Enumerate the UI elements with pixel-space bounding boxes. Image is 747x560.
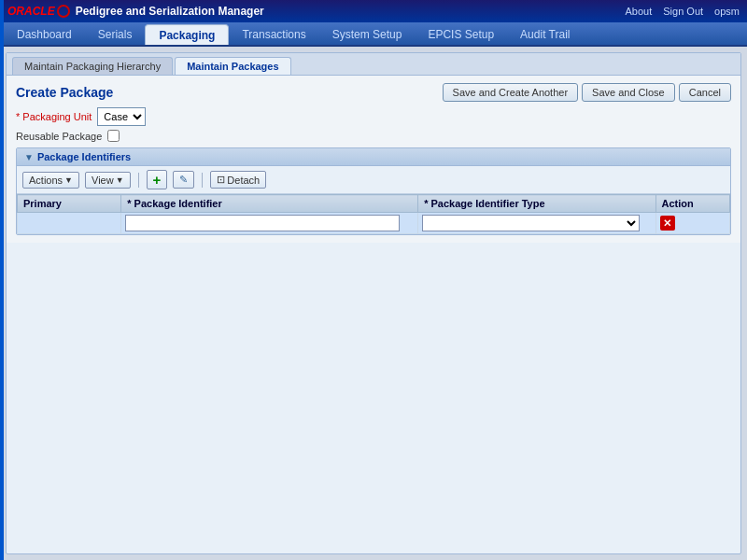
content-header: Create Package Save and Create Another S…	[16, 83, 731, 102]
packaging-unit-row: * Packaging Unit Case	[16, 107, 731, 126]
toolbar-separator-1	[138, 173, 139, 188]
actions-label: Actions	[29, 175, 63, 186]
col-header-identifier: * Package Identifier	[121, 195, 418, 213]
detach-label: Detach	[227, 175, 260, 186]
reusable-label: Reusable Package	[16, 131, 102, 142]
app-title: Pedigree and Serialization Manager	[76, 5, 264, 18]
sub-tab-packages[interactable]: Maintain Packages	[175, 57, 290, 75]
cell-type	[418, 213, 655, 234]
top-bar-right: About Sign Out opsm	[626, 6, 740, 17]
page-title: Create Package	[16, 85, 113, 100]
delete-icon: ✕	[660, 216, 675, 231]
cell-identifier	[121, 213, 418, 234]
cell-primary	[18, 213, 121, 234]
user-label: opsm	[714, 6, 740, 17]
nav-tab-dashboard[interactable]: Dashboard	[4, 24, 85, 45]
sub-tab-hierarchy[interactable]: Maintain Packaging Hierarchy	[12, 57, 173, 75]
sub-tab-bar: Maintain Packaging Hierarchy Maintain Pa…	[7, 53, 740, 76]
about-link[interactable]: About	[626, 6, 653, 17]
section-header[interactable]: ▼ Package Identifiers	[17, 148, 730, 166]
add-row-button[interactable]: +	[147, 170, 168, 189]
reusable-package-row: Reusable Package	[16, 130, 731, 142]
packaging-unit-select[interactable]: Case	[97, 107, 146, 126]
identifiers-table: Primary * Package Identifier * Package I…	[17, 194, 730, 234]
delete-row-button[interactable]: ✕	[660, 216, 675, 231]
reusable-checkbox[interactable]	[107, 130, 120, 142]
nav-bar: Dashboard Serials Packaging Transactions…	[0, 22, 747, 47]
col-header-primary: Primary	[18, 195, 121, 213]
save-create-button[interactable]: Save and Create Another	[443, 83, 579, 102]
actions-button[interactable]: Actions ▼	[22, 172, 79, 189]
sign-out-link[interactable]: Sign Out	[663, 6, 703, 17]
section-panel: ▼ Package Identifiers Actions ▼ View ▼ +	[16, 147, 731, 235]
edit-icon: ✎	[179, 174, 188, 186]
header-buttons: Save and Create Another Save and Close C…	[443, 83, 731, 102]
nav-tab-system-setup[interactable]: System Setup	[319, 24, 416, 45]
oracle-logo: ORACLE	[7, 5, 70, 18]
add-icon: +	[153, 173, 162, 187]
oracle-circle-icon	[57, 5, 70, 18]
view-label: View	[92, 175, 114, 186]
col-header-action: Action	[655, 195, 730, 213]
table-row: ✕	[18, 213, 730, 234]
nav-tab-transactions[interactable]: Transactions	[229, 24, 318, 45]
edit-button[interactable]: ✎	[173, 171, 194, 189]
actions-dropdown-icon: ▼	[64, 175, 73, 185]
nav-tab-packaging[interactable]: Packaging	[145, 24, 229, 45]
cell-action: ✕	[655, 213, 730, 234]
toolbar-separator-2	[202, 173, 203, 188]
collapse-icon: ▼	[24, 152, 34, 162]
nav-tab-epcis-setup[interactable]: EPCIS Setup	[415, 24, 507, 45]
detach-icon: ⊡	[217, 174, 225, 186]
table-toolbar: Actions ▼ View ▼ + ✎ ⊡ Detach	[17, 166, 730, 194]
nav-tab-serials[interactable]: Serials	[85, 24, 146, 45]
detach-button[interactable]: ⊡ Detach	[210, 171, 266, 189]
nav-tab-audit-trail[interactable]: Audit Trail	[507, 24, 583, 45]
top-bar-left: ORACLE Pedigree and Serialization Manage…	[7, 5, 264, 18]
main-content: Maintain Packaging Hierarchy Maintain Pa…	[6, 52, 741, 554]
view-dropdown-icon: ▼	[116, 175, 124, 185]
oracle-text: ORACLE	[7, 5, 55, 18]
cancel-button[interactable]: Cancel	[679, 83, 731, 102]
top-bar: ORACLE Pedigree and Serialization Manage…	[0, 0, 747, 22]
type-select[interactable]	[422, 215, 640, 231]
save-close-button[interactable]: Save and Close	[582, 83, 675, 102]
col-header-type: * Package Identifier Type	[418, 195, 655, 213]
section-title: Package Identifiers	[37, 151, 131, 162]
packaging-unit-label: * Packaging Unit	[16, 111, 92, 122]
identifier-input[interactable]	[125, 215, 399, 231]
content-body: Create Package Save and Create Another S…	[7, 76, 740, 243]
view-button[interactable]: View ▼	[85, 172, 131, 189]
